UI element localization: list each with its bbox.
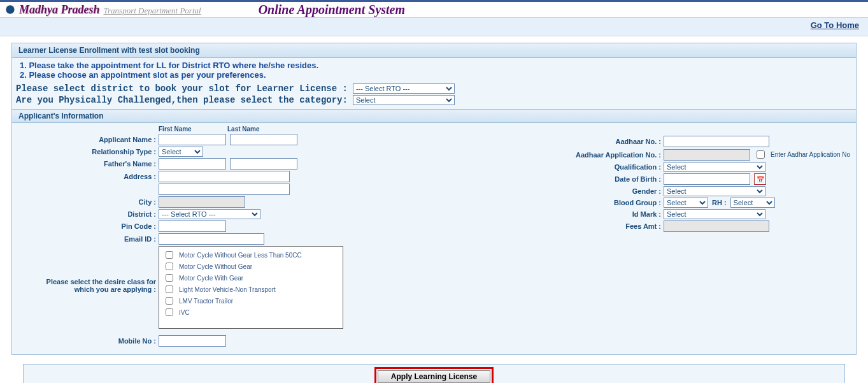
cov-checkbox[interactable] (166, 274, 173, 282)
cov-label: Please select the desire class for which… (16, 246, 159, 293)
fees-input (664, 220, 769, 232)
cov-checkbox[interactable] (166, 285, 173, 293)
apply-learning-license-button[interactable]: Apply Learning License (378, 370, 490, 383)
email-input[interactable] (159, 233, 264, 245)
last-name-heading: Last Name (227, 126, 260, 133)
applicant-first-name-input[interactable] (159, 134, 226, 145)
pc-category-select[interactable]: Select (353, 95, 455, 105)
rh-label: RH : (712, 199, 727, 206)
address-line2-input[interactable] (159, 184, 290, 195)
pc-select-label: Are you Physically Challenged,then pleas… (16, 95, 348, 105)
aadhaar-app-check-label: Enter Aadhar Application No (771, 151, 850, 158)
aadhaar-app-checkbox[interactable] (757, 150, 765, 159)
go-home-link[interactable]: Go To Home (811, 20, 859, 30)
cov-checkbox[interactable] (166, 263, 173, 270)
apply-button-highlight: Apply Learning License (374, 367, 494, 383)
enrollment-panel-header: Learner License Enrollment with test slo… (12, 43, 856, 58)
relationship-type-label: Relationship Type : (16, 148, 159, 155)
notice-block: 1. Please take the appointment for LL fo… (16, 61, 852, 80)
aadhaar-no-label: Aadhaar No. : (521, 138, 664, 145)
aadhaar-app-label: Aadhaar Application No. : (521, 151, 664, 159)
first-name-heading: First Name (159, 126, 227, 133)
cov-item[interactable]: Motor Cycle Without Gear Less Than 50CC (163, 249, 339, 261)
address-line1-input[interactable] (159, 171, 290, 182)
gender-select[interactable]: Select (664, 186, 765, 196)
district-select[interactable]: --- Select RTO --- (159, 209, 260, 219)
address-label: Address : (16, 173, 159, 180)
notice-line: 1. Please take the appointment for LL fo… (20, 61, 852, 70)
cov-checkbox[interactable] (166, 251, 173, 259)
idmark-label: Id Mark : (521, 210, 664, 218)
svg-point-0 (6, 5, 14, 13)
fees-label: Fees Amt : (521, 222, 664, 230)
qualification-select[interactable]: Select (664, 162, 765, 172)
cov-item[interactable]: LMV Tractor Trailor (163, 295, 339, 307)
emblem-icon (5, 4, 15, 15)
applicant-last-name-input[interactable] (230, 134, 297, 145)
idmark-select[interactable]: Select (664, 209, 765, 219)
link-bar: Go To Home (0, 18, 868, 36)
relationship-type-select[interactable]: Select (159, 147, 203, 157)
blood-group-select[interactable]: Select (664, 198, 708, 208)
cov-item[interactable]: Motor Cycle Without Gear (163, 261, 339, 272)
dob-label: Date of Birth : (521, 175, 664, 183)
name-subhead: First Name Last Name (159, 126, 347, 133)
cov-item[interactable]: Motor Cycle With Gear (163, 272, 339, 284)
city-label: City : (16, 198, 159, 206)
cov-item[interactable]: IVC (163, 307, 339, 318)
logo-area: Madhya Pradesh Transport Department Port… (5, 3, 201, 17)
applicant-section-header: Applicant's Information (12, 109, 856, 123)
pin-label: Pin Code : (16, 222, 159, 230)
apply-panel: Apply Learning License (23, 364, 845, 383)
left-column: First Name Last Name Applicant Name : Re… (16, 126, 347, 348)
blood-label: Blood Group : (521, 199, 664, 206)
pin-input[interactable] (159, 220, 226, 232)
mobile-input[interactable] (159, 335, 226, 347)
cov-checkbox[interactable] (166, 308, 173, 316)
district-label: District : (16, 210, 159, 218)
cov-checkbox[interactable] (166, 297, 173, 305)
dob-input[interactable] (664, 173, 750, 185)
aadhaar-no-input[interactable] (664, 136, 769, 147)
father-last-name-input[interactable] (230, 158, 297, 170)
cov-listbox: Motor Cycle Without Gear Less Than 50CC … (159, 246, 343, 329)
email-label: Email ID : (16, 235, 159, 243)
rh-select[interactable]: Select (730, 198, 775, 208)
state-name: Madhya Pradesh (19, 3, 100, 17)
notice-line: 2. Please choose an appointment slot as … (20, 70, 852, 80)
enrollment-panel: Learner License Enrollment with test slo… (11, 43, 857, 355)
gender-label: Gender : (521, 187, 664, 195)
applicant-name-label: Applicant Name : (16, 136, 159, 143)
right-column: Aadhaar No. : Aadhaar Application No. : … (521, 126, 852, 348)
calendar-icon[interactable]: 📅 (754, 173, 766, 185)
qualification-label: Qualification : (521, 163, 664, 171)
cov-item[interactable]: Light Motor Vehicle-Non Transport (163, 284, 339, 295)
aadhaar-app-input[interactable] (664, 149, 750, 161)
father-name-label: Father's Name : (16, 160, 159, 168)
page-title: Online Appointment System (259, 3, 405, 17)
dept-name: Transport Department Portal (104, 6, 201, 16)
top-bar: Madhya Pradesh Transport Department Port… (0, 0, 868, 18)
city-input[interactable] (159, 196, 245, 208)
rto-select[interactable]: --- Select RTO --- (353, 83, 455, 94)
rto-select-row: Please select district to book your slot… (16, 83, 852, 94)
pc-select-row: Are you Physically Challenged,then pleas… (16, 95, 852, 105)
rto-select-label: Please select district to book your slot… (16, 83, 348, 94)
father-first-name-input[interactable] (159, 158, 226, 170)
mobile-label: Mobile No : (16, 337, 159, 345)
